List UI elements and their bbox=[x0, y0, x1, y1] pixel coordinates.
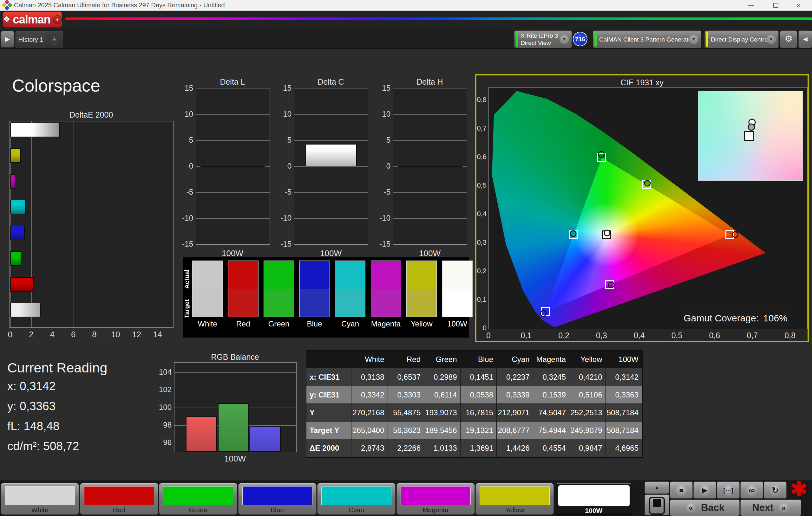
minimize-button[interactable]: — bbox=[744, 0, 758, 10]
chevron-down-icon: ▼ bbox=[766, 35, 776, 44]
table-cell: 75,4944 bbox=[533, 422, 570, 439]
actual-row-label: Actual bbox=[183, 263, 192, 295]
rainbow-accent-bar bbox=[65, 18, 812, 20]
swatch-actual bbox=[228, 261, 258, 289]
pattern-label: Magenta bbox=[397, 506, 474, 514]
deltae-bar-cyan bbox=[10, 200, 26, 214]
tab-history-1[interactable]: History 1 bbox=[16, 31, 46, 48]
pattern-button-green[interactable]: Green bbox=[159, 483, 237, 515]
table-header-cell: Green bbox=[424, 351, 461, 368]
pattern-button-red[interactable]: Red bbox=[80, 483, 158, 515]
calman-menu-button[interactable]: ❖ calman ▼ bbox=[3, 11, 62, 28]
deltae-gridline bbox=[116, 121, 116, 327]
current-reading-line: fL: 148,48 bbox=[7, 420, 60, 433]
swatch-label: Magenta bbox=[371, 320, 401, 328]
table-cell: 0,6114 bbox=[424, 386, 461, 404]
table-header-cell: Magenta bbox=[533, 351, 570, 368]
table-cell: 0,3142 bbox=[606, 368, 642, 386]
stop-button[interactable]: ■ bbox=[670, 481, 693, 498]
deltae-bar-white bbox=[10, 303, 40, 317]
table-cell: 0,3363 bbox=[606, 386, 642, 404]
workflow-flyout-button[interactable]: ▶ bbox=[1, 31, 14, 48]
continuous-read-button[interactable]: ∞ bbox=[740, 481, 763, 498]
table-header-cell: White bbox=[351, 351, 388, 368]
delta-y-tick: 5 bbox=[377, 135, 390, 145]
pattern-window-button[interactable]: [⋯] bbox=[717, 481, 740, 498]
alert-asterisk-icon: ✱ bbox=[790, 477, 808, 501]
calman-logo-icon bbox=[2, 0, 12, 10]
cie-x-tick: 0,7 bbox=[743, 331, 762, 340]
meter-dropdown[interactable]: X-Rite i1Pro 3Direct View ▼ bbox=[514, 30, 572, 48]
cie-y-tick: 0,3 bbox=[476, 238, 487, 247]
swatch-label: Yellow bbox=[406, 320, 437, 328]
close-button[interactable]: × bbox=[791, 0, 806, 10]
window-size-up-button[interactable]: ▲ bbox=[644, 481, 669, 494]
deltae-chart-title: DeltaE 2000 bbox=[9, 110, 173, 120]
table-cell: 0,3245 bbox=[533, 368, 570, 386]
delta-y-tick: 15 bbox=[179, 84, 193, 93]
cie-x-tick: 0,2 bbox=[554, 331, 574, 340]
table-cell: 0,1539 bbox=[533, 386, 570, 404]
table-header-cell: 100W bbox=[606, 351, 642, 368]
restore-button[interactable] bbox=[768, 0, 783, 10]
cie-x-tick: 0,8 bbox=[781, 331, 800, 340]
current-reading-line: cd/m²: 508,72 bbox=[7, 439, 79, 453]
meter-count-badge[interactable]: 716 bbox=[573, 32, 587, 46]
delta-x-label: 100W bbox=[196, 248, 269, 258]
swatch-target bbox=[300, 289, 329, 316]
pattern-source-dropdown[interactable]: CalMAN Client 3 Pattern Generator ▼ bbox=[593, 30, 701, 48]
swatch-actual bbox=[371, 261, 401, 289]
table-cell: 19,1321 bbox=[461, 422, 497, 439]
rgb-gridline bbox=[174, 372, 296, 373]
window-position-button[interactable] bbox=[644, 494, 669, 515]
pattern-swatch bbox=[84, 486, 154, 505]
window-title: Calman 2025 Calman Ultimate for Business… bbox=[14, 0, 225, 10]
pattern-button-white[interactable]: White bbox=[1, 483, 79, 515]
deltae-gridline bbox=[74, 121, 74, 327]
collapse-panel-button[interactable]: ◀ bbox=[799, 30, 812, 48]
pattern-button-100w[interactable]: 100W bbox=[555, 483, 633, 515]
swatch-target bbox=[371, 289, 401, 316]
delta-gridline bbox=[294, 114, 368, 115]
add-tab-button[interactable]: + bbox=[46, 31, 63, 48]
table-cell: 189,5456 bbox=[424, 422, 461, 439]
pattern-button-blue[interactable]: Blue bbox=[238, 483, 317, 515]
table-cell: 0,2237 bbox=[497, 368, 533, 386]
pattern-button-yellow[interactable]: Yellow bbox=[475, 483, 554, 515]
current-reading-line: y: 0,3363 bbox=[7, 400, 56, 413]
pattern-button-magenta[interactable]: Magenta bbox=[397, 483, 475, 515]
cie-measured-cyan bbox=[570, 230, 576, 237]
swatch-label: Green bbox=[264, 320, 294, 328]
delta-gridline bbox=[393, 192, 467, 193]
next-button[interactable]: Next » bbox=[740, 499, 801, 516]
deltae-gridline bbox=[158, 121, 158, 327]
back-button[interactable]: « Back bbox=[670, 499, 740, 516]
pattern-swatch bbox=[163, 486, 233, 505]
deltae-x-tick: 4 bbox=[46, 330, 59, 339]
delta-y-tick: 5 bbox=[278, 135, 291, 145]
table-cell: 2,8743 bbox=[351, 439, 388, 457]
table-cell: 56,3623 bbox=[388, 422, 425, 439]
loop-button[interactable]: ↻ bbox=[764, 481, 787, 498]
next-label: Next bbox=[752, 502, 773, 513]
cie-measured-red bbox=[732, 231, 738, 238]
deltae-gridline bbox=[53, 121, 53, 327]
back-label: Back bbox=[701, 502, 724, 513]
delta-gridline bbox=[294, 141, 368, 141]
pattern-swatch bbox=[401, 486, 471, 505]
pattern-label: White bbox=[1, 506, 79, 514]
table-cell: 0,3138 bbox=[351, 368, 388, 386]
pattern-button-cyan[interactable]: Cyan bbox=[317, 483, 396, 515]
play-button[interactable]: ▶ bbox=[693, 481, 716, 498]
swatch-label: White bbox=[192, 320, 223, 328]
table-cell: 0,3339 bbox=[497, 386, 533, 404]
pattern-label: Red bbox=[80, 506, 158, 514]
display-control-dropdown[interactable]: Direct Display Control ▼ bbox=[704, 30, 779, 48]
swatch-actual bbox=[264, 261, 294, 289]
pattern-label: Yellow bbox=[476, 506, 553, 514]
cie-y-tick: 0,2 bbox=[476, 267, 487, 275]
swatch-blue bbox=[299, 261, 330, 317]
delta-chart-c bbox=[294, 88, 368, 245]
settings-button[interactable]: ⚙ bbox=[780, 30, 797, 48]
swatch-label: Red bbox=[228, 320, 259, 328]
